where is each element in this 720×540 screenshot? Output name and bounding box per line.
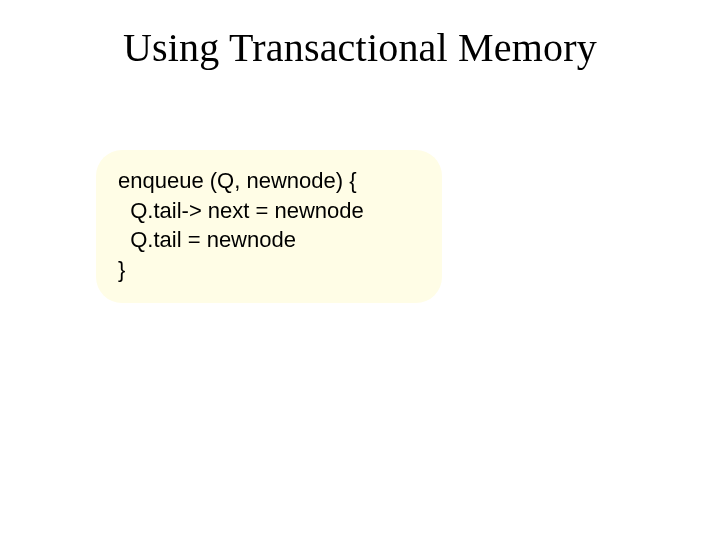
code-line-2: Q.tail-> next = newnode <box>118 198 364 223</box>
slide: Using Transactional Memory enqueue (Q, n… <box>0 0 720 540</box>
code-line-1: enqueue (Q, newnode) { <box>118 168 357 193</box>
code-line-4: } <box>118 257 125 282</box>
code-line-3: Q.tail = newnode <box>118 227 296 252</box>
slide-title: Using Transactional Memory <box>0 24 720 71</box>
code-box: enqueue (Q, newnode) { Q.tail-> next = n… <box>96 150 442 303</box>
code-block: enqueue (Q, newnode) { Q.tail-> next = n… <box>118 166 420 285</box>
